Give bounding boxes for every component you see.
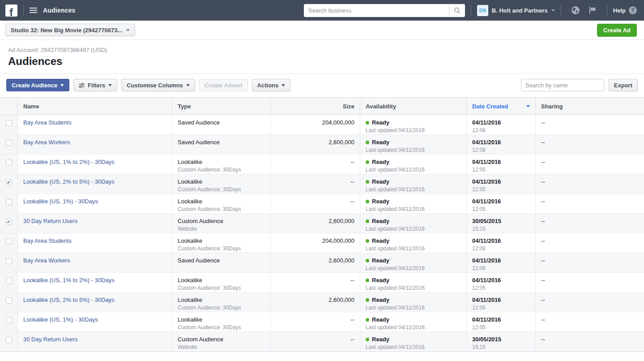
type-primary: Saved Audience	[178, 257, 265, 264]
audience-name-link[interactable]: Bay Area Students	[23, 119, 72, 126]
table-row[interactable]: Bay Area Students Saved Audience 204,000…	[0, 115, 644, 135]
table-row[interactable]: Lookalike (US, 1%) - 30Days Lookalike Cu…	[0, 194, 644, 214]
row-checkbox[interactable]	[6, 278, 12, 284]
table-row[interactable]: Bay Area Workers Saved Audience 2,600,00…	[0, 135, 644, 155]
status-text: Ready	[372, 257, 389, 264]
size-cell: 2,600,000	[271, 135, 360, 154]
date-text: 04/11/2016	[472, 139, 530, 146]
audience-name-link[interactable]: Lookalike (US, 1% to 2%) - 30Days	[23, 159, 115, 165]
type-sub: Website	[178, 344, 265, 350]
type-sub: Custom Audience: 30Days	[178, 324, 265, 331]
menu-icon[interactable]	[30, 8, 37, 13]
table-row[interactable]: Lookalike (US, 1%) - 30Days Lookalike Cu…	[0, 312, 644, 332]
topbar-right: DS B. Holt and Partners Help ?	[465, 4, 637, 16]
checkbox-cell	[0, 214, 18, 233]
customise-columns-button[interactable]: Customise Columns	[121, 79, 195, 91]
table-row[interactable]: Lookalike (US, 1% to 2%) - 30Days Lookal…	[0, 273, 644, 292]
filters-icon	[79, 83, 85, 88]
date-text: 04/11/2016	[472, 257, 530, 264]
sharing-cell: --	[536, 253, 644, 272]
actions-button[interactable]: Actions	[252, 79, 291, 91]
row-checkbox[interactable]	[6, 179, 12, 185]
type-primary: Lookalike	[178, 237, 265, 244]
toolbar: Create Audience Filters Customise Column…	[0, 74, 644, 97]
name-cell: Bay Area Workers	[18, 135, 172, 154]
table-row[interactable]: Lookalike (US, 1% to 2%) - 30Days Lookal…	[0, 155, 644, 174]
row-checkbox[interactable]	[6, 159, 12, 166]
column-header-sharing[interactable]: Sharing	[536, 98, 644, 115]
time-text: 12:06	[472, 147, 530, 153]
audience-name-link[interactable]: Lookalike (US, 2% to 5%) - 30Days	[23, 178, 115, 185]
row-checkbox[interactable]	[6, 258, 12, 264]
create-audience-button[interactable]: Create Audience	[6, 79, 69, 91]
account-bar: Studio 32: New Big Movie (2942770873... …	[0, 21, 644, 40]
sort-desc-icon	[526, 105, 530, 107]
checkbox-cell	[0, 292, 18, 312]
type-primary: Lookalike	[178, 159, 265, 165]
audience-name-link[interactable]: Lookalike (US, 1%) - 30Days	[23, 316, 98, 323]
column-header-size[interactable]: Size	[271, 98, 360, 115]
row-checkbox[interactable]	[6, 337, 12, 343]
sharing-cell: --	[536, 292, 644, 312]
date-created-cell: 04/11/2016 12:05	[467, 155, 536, 174]
column-header-date-created[interactable]: Date Created	[467, 98, 536, 115]
facebook-logo-icon[interactable]: f	[5, 4, 17, 17]
column-header-name[interactable]: Name	[18, 98, 172, 115]
table-row[interactable]: Bay Area Students Lookalike Custom Audie…	[0, 233, 644, 253]
table-row[interactable]: Lookalike (US, 2% to 5%) - 30Days Lookal…	[0, 292, 644, 312]
table-row[interactable]: 30 Day Return Users Custom Audience Webs…	[0, 332, 644, 352]
export-button[interactable]: Export	[609, 79, 638, 91]
row-checkbox[interactable]	[6, 238, 12, 245]
size-cell: --	[271, 155, 360, 174]
audience-name-link[interactable]: Bay Area Students	[23, 237, 72, 244]
help-label: Help	[613, 7, 626, 14]
table-row[interactable]: Bay Area Workers Saved Audience 2,600,00…	[0, 253, 644, 273]
column-header-availability[interactable]: Availability	[360, 98, 467, 115]
table-row[interactable]: Lookalike (US, 2% to 5%) - 30Days Lookal…	[0, 174, 644, 194]
ready-dot-icon	[366, 219, 369, 223]
audience-name-link[interactable]: Bay Area Workers	[23, 257, 70, 264]
audience-name-link[interactable]: Bay Area Workers	[23, 139, 70, 146]
filters-button[interactable]: Filters	[73, 79, 117, 91]
size-cell: --	[271, 194, 360, 213]
row-checkbox[interactable]	[6, 219, 12, 225]
search-icon[interactable]	[449, 4, 465, 17]
account-selector-dropdown[interactable]: Studio 32: New Big Movie (2942770873...	[5, 24, 135, 36]
size-cell: --	[271, 174, 360, 193]
status-sub: Last updated 04/11/2016	[366, 127, 461, 133]
table-row[interactable]: 30 Day Return Users Custom Audience Webs…	[0, 214, 644, 233]
chevron-down-icon	[60, 84, 64, 86]
audience-name-link[interactable]: Lookalike (US, 1%) - 30Days	[23, 198, 98, 205]
globe-icon[interactable]	[571, 6, 580, 15]
status-text: Ready	[372, 316, 389, 323]
time-text: 12:08	[472, 127, 530, 133]
column-header-type[interactable]: Type	[172, 98, 271, 115]
create-ad-button[interactable]: Create Ad	[597, 24, 637, 37]
row-checkbox[interactable]	[6, 297, 12, 304]
audience-name-link[interactable]: Lookalike (US, 1% to 2%) - 30Days	[23, 277, 115, 284]
business-menu[interactable]: DS B. Holt and Partners	[477, 5, 555, 16]
audience-name-link[interactable]: 30 Day Return Users	[23, 336, 77, 343]
status-sub: Last updated 04/11/2016	[366, 206, 461, 212]
audience-name-link[interactable]: 30 Day Return Users	[23, 218, 77, 224]
row-checkbox[interactable]	[6, 317, 12, 323]
date-created-cell: 04/11/2016 12:05	[467, 194, 536, 213]
checkbox-cell	[0, 174, 18, 193]
select-all-cell[interactable]	[0, 98, 18, 115]
availability-cell: Ready Last updated 04/11/2016	[360, 174, 467, 193]
business-search-input[interactable]	[304, 4, 449, 17]
size-cell: 2,600,000	[271, 292, 360, 312]
help-button[interactable]: Help ?	[613, 6, 637, 14]
business-badge: DS	[477, 5, 488, 16]
flag-icon[interactable]	[588, 6, 597, 14]
row-checkbox[interactable]	[6, 199, 12, 205]
audience-name-link[interactable]: Lookalike (US, 2% to 5%) - 30Days	[23, 297, 115, 303]
status-text: Ready	[372, 237, 389, 244]
row-checkbox[interactable]	[6, 120, 12, 126]
size-cell: 2,600,000	[271, 253, 360, 272]
date-created-cell: 04/11/2016 12:08	[467, 115, 536, 134]
row-checkbox[interactable]	[6, 140, 12, 146]
search-by-name-input[interactable]	[521, 79, 604, 91]
sharing-cell: --	[536, 312, 644, 331]
availability-cell: Ready Last updated 04/11/2016	[360, 312, 467, 331]
